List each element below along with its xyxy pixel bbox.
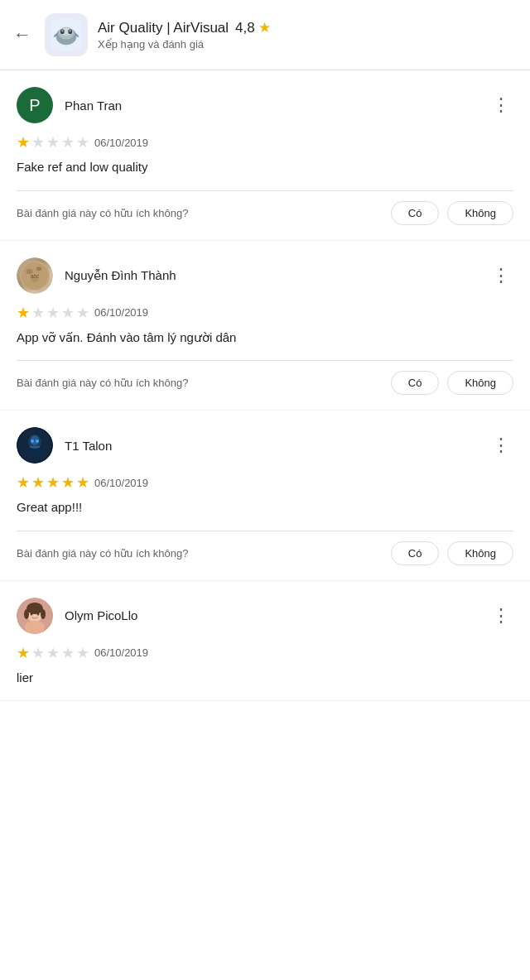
star-5: ★ — [76, 644, 89, 662]
review-item: P Phan Tran ⋮ ★ ★ ★ ★ ★ 06/10/2019 Fake … — [0, 70, 530, 241]
star-1: ★ — [17, 133, 30, 151]
review-text: Great app!!! — [17, 498, 513, 517]
helpful-yes-button[interactable]: Có — [391, 541, 440, 565]
star-3: ★ — [46, 304, 60, 322]
helpful-row: Bài đánh giá này có hữu ích không? Có Kh… — [17, 201, 513, 240]
review-header: T1 Talon ⋮ — [17, 427, 513, 464]
svg-point-6 — [61, 30, 63, 31]
svg-point-31 — [37, 612, 40, 615]
reviewer-name: Phan Tran — [65, 98, 489, 113]
svg-point-32 — [25, 621, 45, 634]
app-title: Air Quality | AirVisual — [98, 20, 229, 36]
star-1: ★ — [17, 644, 30, 662]
reviewer-name: Olym PicoLlo — [65, 608, 489, 622]
star-4: ★ — [61, 304, 75, 322]
stars: ★ ★ ★ ★ ★ — [17, 473, 89, 492]
review-stars-row: ★ ★ ★ ★ ★ 06/10/2019 — [17, 644, 513, 662]
review-date: 06/10/2019 — [94, 646, 148, 659]
star-4: ★ — [61, 644, 75, 662]
review-header: Olym PicoLlo ⋮ — [17, 598, 513, 634]
star-5: ★ — [76, 133, 89, 151]
helpful-label: Bài đánh giá này có hữu ích không? — [17, 377, 383, 389]
star-2: ★ — [31, 304, 45, 322]
svg-point-27 — [26, 603, 43, 614]
star-2: ★ — [31, 473, 45, 492]
star-2: ★ — [31, 644, 45, 662]
stars: ★ ★ ★ ★ ★ — [17, 133, 89, 151]
back-button[interactable]: ← — [13, 24, 31, 46]
review-date: 06/10/2019 — [94, 306, 148, 319]
reviewer-name: T1 Talon — [65, 439, 489, 453]
svg-text:abc: abc — [31, 273, 40, 279]
avatar — [17, 598, 53, 634]
avatar: abc — [17, 257, 53, 294]
review-text: Fake ref and low quality — [17, 158, 513, 177]
svg-point-7 — [70, 30, 71, 31]
svg-point-20 — [31, 440, 34, 443]
divider — [17, 360, 513, 361]
review-text: lier — [17, 669, 513, 688]
review-stars-row: ★ ★ ★ ★ ★ 06/10/2019 — [17, 473, 513, 492]
helpful-row: Bài đánh giá này có hữu ích không? Có Kh… — [17, 541, 513, 580]
app-icon — [45, 13, 88, 56]
star-4: ★ — [61, 473, 75, 492]
stars: ★ ★ ★ ★ ★ — [17, 304, 89, 322]
helpful-label: Bài đánh giá này có hữu ích không? — [17, 207, 383, 219]
helpful-no-button[interactable]: Không — [447, 201, 513, 225]
star-3: ★ — [46, 133, 60, 151]
avatar: P — [17, 87, 53, 123]
stars: ★ ★ ★ ★ ★ — [17, 644, 89, 662]
star-3: ★ — [46, 473, 60, 492]
star-5: ★ — [76, 304, 89, 322]
review-item: abc Nguyễn Đình Thành ⋮ ★ ★ ★ ★ ★ 06/10/… — [0, 241, 530, 411]
svg-point-29 — [41, 609, 46, 619]
helpful-no-button[interactable]: Không — [447, 371, 513, 395]
avatar — [17, 427, 53, 464]
review-item: Olym PicoLlo ⋮ ★ ★ ★ ★ ★ 06/10/2019 lier — [0, 581, 530, 702]
svg-point-28 — [24, 609, 29, 619]
app-rating: 4,8 ★ — [235, 19, 271, 36]
star-5: ★ — [76, 473, 89, 492]
avatar-initial: P — [29, 96, 40, 115]
app-subtitle: Xếp hạng và đánh giá — [98, 38, 517, 50]
review-date: 06/10/2019 — [94, 477, 148, 489]
review-stars-row: ★ ★ ★ ★ ★ 06/10/2019 — [17, 304, 513, 322]
more-options-button[interactable]: ⋮ — [489, 267, 513, 285]
star-1: ★ — [17, 473, 30, 492]
review-header: P Phan Tran ⋮ — [17, 87, 513, 123]
helpful-no-button[interactable]: Không — [447, 541, 513, 565]
avatar-image — [17, 598, 53, 634]
helpful-yes-button[interactable]: Có — [391, 371, 440, 395]
reviewer-name: Nguyễn Đình Thành — [65, 268, 489, 283]
more-options-button[interactable]: ⋮ — [489, 607, 513, 625]
star-2: ★ — [31, 133, 45, 151]
review-stars-row: ★ ★ ★ ★ ★ 06/10/2019 — [17, 133, 513, 151]
svg-point-30 — [31, 612, 33, 615]
star-3: ★ — [46, 644, 60, 662]
svg-point-21 — [36, 440, 39, 443]
review-text: App vỡ vấn. Đánh vào tâm lý người dân — [17, 329, 513, 348]
rating-star: ★ — [258, 20, 271, 36]
avatar-image: abc — [17, 257, 53, 294]
helpful-label: Bài đánh giá này có hữu ích không? — [17, 547, 383, 560]
avatar-image — [17, 427, 53, 464]
star-4: ★ — [61, 133, 75, 151]
divider — [17, 531, 513, 531]
app-info: Air Quality | AirVisual 4,8 ★ Xếp hạng v… — [98, 19, 517, 50]
reviews-list: P Phan Tran ⋮ ★ ★ ★ ★ ★ 06/10/2019 Fake … — [0, 70, 530, 701]
divider — [17, 190, 513, 191]
review-item: T1 Talon ⋮ ★ ★ ★ ★ ★ 06/10/2019 Great ap… — [0, 411, 530, 581]
header: ← Air Quality | AirVisual 4,8 ★ Xếp hạng… — [0, 0, 530, 70]
app-icon-svg — [51, 19, 82, 50]
more-options-button[interactable]: ⋮ — [489, 436, 513, 454]
helpful-yes-button[interactable]: Có — [391, 201, 440, 225]
more-options-button[interactable]: ⋮ — [489, 96, 513, 114]
review-date: 06/10/2019 — [94, 137, 148, 149]
svg-point-13 — [36, 267, 42, 271]
helpful-row: Bài đánh giá này có hữu ích không? Có Kh… — [17, 371, 513, 410]
star-1: ★ — [17, 304, 30, 322]
rating-value: 4,8 — [235, 20, 255, 36]
review-header: abc Nguyễn Đình Thành ⋮ — [17, 257, 513, 294]
